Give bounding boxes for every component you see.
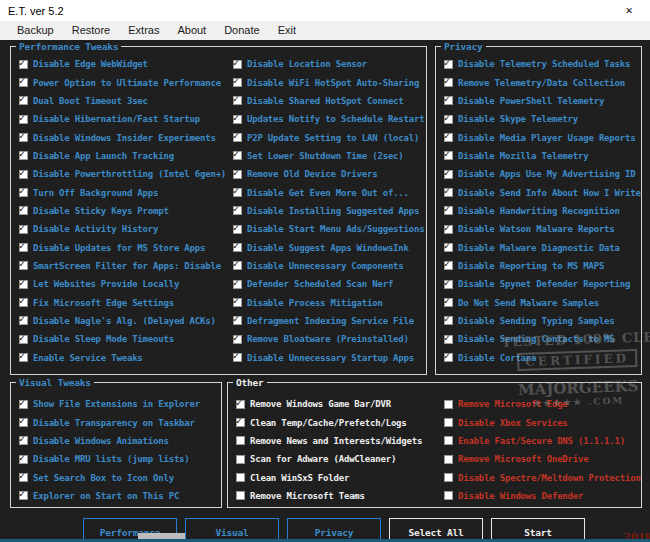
checkbox-icon[interactable]: [233, 316, 242, 325]
tweak-item[interactable]: Defragment Indexing Service File: [233, 312, 424, 330]
tweak-item[interactable]: Disable MRU lists (jump lists): [19, 450, 200, 468]
checkbox-icon[interactable]: [19, 133, 28, 142]
tweak-item[interactable]: Disable Spynet Defender Reporting: [444, 275, 641, 293]
tweak-item[interactable]: Set Search Box to Icon Only: [19, 468, 200, 486]
tweak-item[interactable]: Disable Activity History: [19, 220, 226, 238]
tweak-item[interactable]: Enable Service Tweaks: [19, 349, 226, 367]
checkbox-icon[interactable]: [444, 115, 453, 124]
checkbox-icon[interactable]: [444, 96, 453, 105]
tweak-item[interactable]: Disable WiFi HotSpot Auto-Sharing: [233, 73, 424, 91]
tweak-item[interactable]: Set Lower Shutdown Time (2sec): [233, 147, 424, 165]
checkbox-icon[interactable]: [444, 455, 453, 464]
tweak-item[interactable]: Remove Microsoft Teams: [236, 487, 422, 505]
checkbox-icon[interactable]: [444, 133, 453, 142]
checkbox-icon[interactable]: [444, 206, 453, 215]
tweak-item[interactable]: Disable Edge WebWidget: [19, 55, 226, 73]
tweak-item[interactable]: Disable Process Mitigation: [233, 293, 424, 311]
tweak-item[interactable]: Remove Old Device Drivers: [233, 165, 424, 183]
checkbox-icon[interactable]: [233, 133, 242, 142]
checkbox-icon[interactable]: [19, 151, 28, 160]
checkbox-icon[interactable]: [19, 298, 28, 307]
menu-item[interactable]: Backup: [8, 21, 63, 40]
tweak-item[interactable]: Disable Apps Use My Advertising ID: [444, 165, 641, 183]
tweak-item[interactable]: Disable Sending Contacts to MS: [444, 330, 641, 348]
checkbox-icon[interactable]: [19, 206, 28, 215]
checkbox-icon[interactable]: [444, 473, 453, 482]
tweak-item[interactable]: Clean Temp/Cache/Prefetch/Logs: [236, 413, 422, 431]
tweak-item[interactable]: Disable Cortana: [444, 349, 641, 367]
checkbox-icon[interactable]: [233, 243, 242, 252]
checkbox-icon[interactable]: [19, 491, 28, 500]
close-icon[interactable]: ✕: [608, 0, 650, 21]
checkbox-icon[interactable]: [233, 353, 242, 362]
checkbox-icon[interactable]: [233, 261, 242, 270]
checkbox-icon[interactable]: [19, 261, 28, 270]
checkbox-icon[interactable]: [236, 418, 245, 427]
tweak-item[interactable]: Disable Skype Telemetry: [444, 110, 641, 128]
tweak-item[interactable]: Enable Fast/Secure DNS (1.1.1.1): [444, 432, 641, 450]
tweak-item[interactable]: Disable Location Sensor: [233, 55, 424, 73]
tweak-item[interactable]: Do Not Send Malware Samples: [444, 293, 641, 311]
checkbox-icon[interactable]: [444, 335, 453, 344]
checkbox-icon[interactable]: [444, 151, 453, 160]
checkbox-icon[interactable]: [444, 316, 453, 325]
checkbox-icon[interactable]: [233, 206, 242, 215]
checkbox-icon[interactable]: [19, 225, 28, 234]
checkbox-icon[interactable]: [19, 353, 28, 362]
checkbox-icon[interactable]: [19, 60, 28, 69]
tweak-item[interactable]: Power Option to Ultimate Performance: [19, 73, 226, 91]
tweak-item[interactable]: Defender Scheduled Scan Nerf: [233, 275, 424, 293]
tweak-item[interactable]: Fix Microsoft Edge Settings: [19, 293, 226, 311]
tweak-item[interactable]: Disable Nagle's Alg. (Delayed ACKs): [19, 312, 226, 330]
tweak-item[interactable]: Disable Suggest Apps WindowsInk: [233, 238, 424, 256]
checkbox-icon[interactable]: [233, 280, 242, 289]
tweak-item[interactable]: Disable Windows Insider Experiments: [19, 128, 226, 146]
checkbox-icon[interactable]: [233, 188, 242, 197]
tweak-item[interactable]: Disable Malware Diagnostic Data: [444, 238, 641, 256]
checkbox-icon[interactable]: [19, 96, 28, 105]
checkbox-icon[interactable]: [444, 353, 453, 362]
tweak-item[interactable]: Disable Installing Suggested Apps: [233, 202, 424, 220]
tweak-item[interactable]: Explorer on Start on This PC: [19, 487, 200, 505]
checkbox-icon[interactable]: [444, 491, 453, 500]
tweak-item[interactable]: Remove News and Interests/Widgets: [236, 432, 422, 450]
tweak-item[interactable]: Disable Shared HotSpot Connect: [233, 92, 424, 110]
tweak-item[interactable]: Disable Unnecessary Startup Apps: [233, 349, 424, 367]
tweak-item[interactable]: Disable Powerthrottling (Intel 6gen+): [19, 165, 226, 183]
checkbox-icon[interactable]: [19, 316, 28, 325]
checkbox-icon[interactable]: [19, 188, 28, 197]
checkbox-icon[interactable]: [233, 151, 242, 160]
tweak-item[interactable]: Disable App Launch Tracking: [19, 147, 226, 165]
checkbox-icon[interactable]: [19, 436, 28, 445]
checkbox-icon[interactable]: [19, 115, 28, 124]
tweak-item[interactable]: Scan for Adware (AdwCleaner): [236, 450, 422, 468]
checkbox-icon[interactable]: [19, 335, 28, 344]
checkbox-icon[interactable]: [19, 280, 28, 289]
menu-item[interactable]: Donate: [215, 21, 268, 40]
checkbox-icon[interactable]: [19, 170, 28, 179]
tweak-item[interactable]: Disable Get Even More Out of...: [233, 183, 424, 201]
menu-item[interactable]: Extras: [119, 21, 168, 40]
checkbox-icon[interactable]: [236, 436, 245, 445]
tweak-item[interactable]: Disable Telemetry Scheduled Tasks: [444, 55, 641, 73]
checkbox-icon[interactable]: [233, 298, 242, 307]
tweak-item[interactable]: Remove Microsoft OneDrive: [444, 450, 641, 468]
checkbox-icon[interactable]: [233, 60, 242, 69]
tweak-item[interactable]: Turn Off Background Apps: [19, 183, 226, 201]
checkbox-icon[interactable]: [19, 78, 28, 87]
tweak-item[interactable]: Disable Sending Typing Samples: [444, 312, 641, 330]
tweak-item[interactable]: Remove Telemetry/Data Collection: [444, 73, 641, 91]
checkbox-icon[interactable]: [236, 400, 245, 409]
tweak-item[interactable]: Disable Hibernation/Fast Startup: [19, 110, 226, 128]
tweak-item[interactable]: Disable Spectre/Meltdown Protection: [444, 468, 641, 486]
checkbox-icon[interactable]: [444, 60, 453, 69]
tweak-item[interactable]: P2P Update Setting to LAN (local): [233, 128, 424, 146]
checkbox-icon[interactable]: [236, 455, 245, 464]
tweak-item[interactable]: Disable Xbox Services: [444, 413, 641, 431]
tweak-item[interactable]: Updates Notify to Schedule Restart: [233, 110, 424, 128]
tweak-item[interactable]: Remove Microsoft Edge: [444, 395, 641, 413]
tweak-item[interactable]: Show File Extensions in Explorer: [19, 395, 200, 413]
tweak-item[interactable]: Dual Boot Timeout 3sec: [19, 92, 226, 110]
checkbox-icon[interactable]: [233, 96, 242, 105]
checkbox-icon[interactable]: [444, 418, 453, 427]
